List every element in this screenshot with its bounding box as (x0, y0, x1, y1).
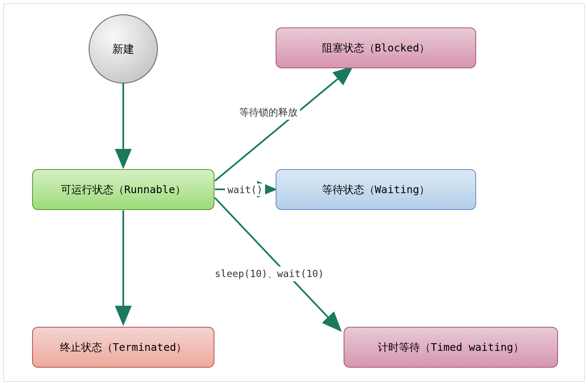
node-waiting: 等待状态（Waiting） (276, 169, 476, 210)
edge-label-blocked: 等待锁的释放 (237, 105, 300, 120)
node-blocked-label: 阻塞状态（Blocked） (322, 41, 430, 55)
edge-label-waiting: wait() (225, 183, 265, 196)
diagram-canvas: 新建 可运行状态（Runnable） 终止状态（Terminated） 阻塞状态… (3, 3, 585, 382)
node-terminated-label: 终止状态（Terminated） (60, 340, 187, 354)
node-new-label: 新建 (112, 42, 134, 57)
svg-line-5 (215, 198, 341, 331)
node-runnable-label: 可运行状态（Runnable） (61, 183, 185, 197)
node-waiting-label: 等待状态（Waiting） (322, 183, 430, 197)
svg-line-3 (215, 67, 352, 181)
node-blocked: 阻塞状态（Blocked） (276, 27, 476, 68)
node-timed-waiting: 计时等待（Timed waiting） (344, 327, 558, 368)
edge-label-timed-waiting: sleep(10)、wait(10) (212, 267, 326, 281)
node-new: 新建 (89, 14, 158, 83)
node-terminated: 终止状态（Terminated） (32, 327, 214, 368)
node-timed-waiting-label: 计时等待（Timed waiting） (378, 340, 524, 354)
node-runnable: 可运行状态（Runnable） (32, 169, 214, 210)
